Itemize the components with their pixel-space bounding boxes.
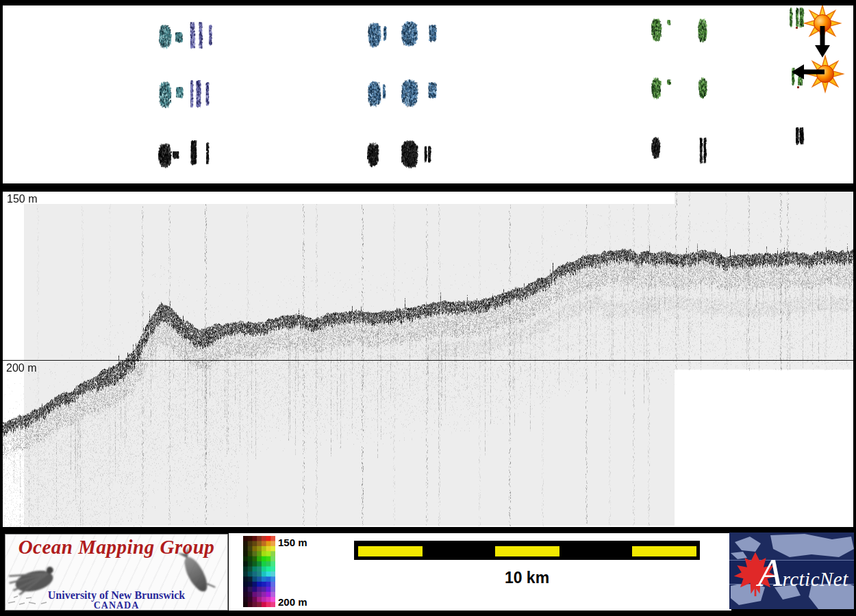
scale-bar — [354, 541, 700, 560]
figure-frame: 150 m 200 m — [0, 0, 856, 616]
palette-label-200m: 200 m — [278, 596, 307, 608]
echogram-panel: 150 m 200 m — [3, 192, 853, 527]
scale-bar-segment — [632, 546, 696, 556]
arcticnet-logo: ArcticNet — [729, 532, 854, 609]
sun-arrow-overlay — [3, 5, 853, 183]
depth-label-200m: 200 m — [6, 363, 36, 374]
swath-snippet-panel — [3, 5, 853, 183]
depth-color-palette — [243, 536, 275, 607]
scale-bar-label: 10 km — [354, 569, 700, 587]
palette-label-150m: 150 m — [278, 537, 307, 548]
omg-title: Ocean Mapping Group — [5, 536, 227, 559]
depth-label-150m: 150 m — [7, 194, 37, 205]
footer-strip: Ocean Mapping Group University of New Br… — [3, 533, 853, 611]
scale-bar-segment — [358, 546, 423, 556]
arcticnet-rest: rcticNet — [782, 568, 848, 590]
legend-and-scale-area: 150 m 200 m 10 km — [229, 533, 731, 611]
arcticnet-initial: A — [758, 550, 782, 595]
ocean-mapping-group-logo: Ocean Mapping Group University of New Br… — [5, 534, 228, 611]
arcticnet-wordmark: ArcticNet — [758, 553, 848, 593]
echogram-canvas — [3, 192, 853, 527]
scale-bar-segment — [495, 546, 559, 556]
omg-country: CANADA — [5, 600, 227, 611]
